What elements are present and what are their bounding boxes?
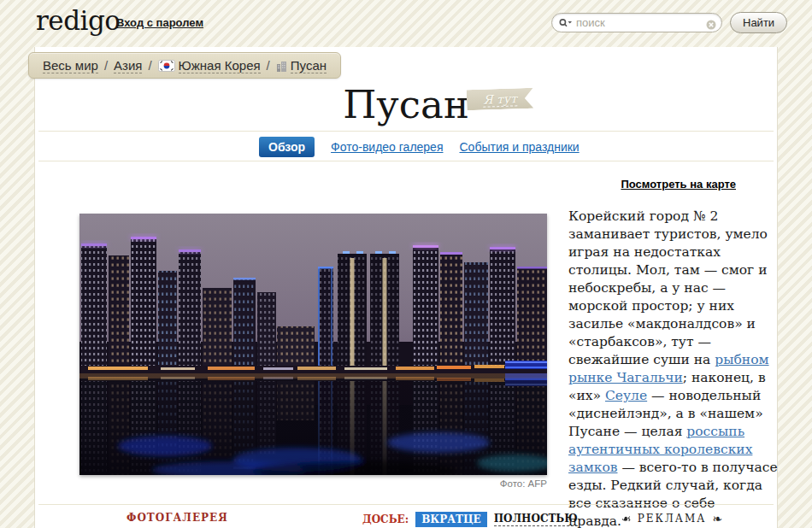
fleuron-icon: ❧ <box>621 512 632 525</box>
tab-photo-video-gallery[interactable]: Фото-видео галерея <box>331 140 443 154</box>
redigo-busan-page: redigo Вход с паролем Найти Весь мир/Ази… <box>0 0 812 528</box>
breadcrumb-separator: / <box>104 58 108 73</box>
breadcrumb-separator: / <box>267 58 270 73</box>
page-title: Пусан <box>343 82 469 127</box>
footer-ads: ❧ РЕКЛАМА ❧ <box>621 512 722 525</box>
divider <box>38 161 774 161</box>
south-korea-flag-icon <box>158 60 175 74</box>
busan-night-skyline-photo <box>79 214 547 475</box>
search-box <box>551 13 722 32</box>
search-icon[interactable] <box>558 17 573 32</box>
footer-photogallery-link[interactable]: ФОТОГАЛЕРЕЯ <box>127 512 228 524</box>
breadcrumb-south-korea[interactable]: Южная Корея <box>179 58 261 73</box>
breadcrumb-busan[interactable]: Пусан <box>291 58 327 73</box>
photo-credit: Фото: AFP <box>79 478 547 489</box>
breadcrumb-asia[interactable]: Азия <box>114 58 142 73</box>
search-submit-button[interactable]: Найти <box>730 12 787 33</box>
clear-search-icon[interactable] <box>706 18 716 33</box>
article-text: Корейский город № 2 заманивает туристов,… <box>568 208 779 528</box>
divider <box>38 131 774 132</box>
tab-overview[interactable]: Обзор <box>259 137 315 157</box>
view-on-map-link[interactable]: Посмотреть на карте <box>621 178 736 191</box>
divider <box>38 504 774 505</box>
tab-events-holidays[interactable]: События и праздники <box>460 140 580 154</box>
site-logo[interactable]: redigo <box>36 5 120 36</box>
ads-label: РЕКЛАМА <box>638 513 707 525</box>
breadcrumb-world[interactable]: Весь мир <box>43 58 98 73</box>
dossier-full-tab[interactable]: ПОЛНОСТЬЮ <box>494 513 578 526</box>
city-building-icon <box>276 60 287 74</box>
dossier-brief-tab[interactable]: ВКРАТЦЕ <box>415 512 487 527</box>
login-link[interactable]: Вход с паролем <box>116 16 203 29</box>
breadcrumb: Весь мир/Азия/ Южная Корея/ Пусан <box>28 52 341 79</box>
article-text-segment: Корейский город № 2 заманивает туристов,… <box>568 208 768 367</box>
article-link[interactable]: Сеуле <box>605 388 647 403</box>
search-input[interactable] <box>576 15 701 30</box>
i-am-here-ribbon[interactable]: Я тут <box>467 88 534 111</box>
footer-dossier: ДОСЬЕ: ВКРАТЦЕ ПОЛНОСТЬЮ <box>362 512 578 527</box>
section-tabs: Обзор Фото-видео галерея События и празд… <box>259 137 580 157</box>
fleuron-icon: ❧ <box>712 512 722 525</box>
breadcrumb-separator: / <box>148 58 151 73</box>
dossier-label: ДОСЬЕ: <box>362 513 409 525</box>
